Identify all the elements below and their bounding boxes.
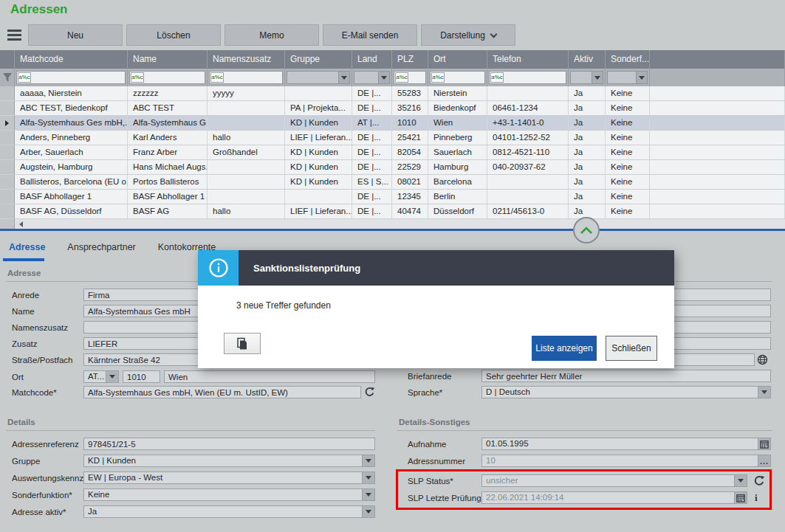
cell-name[interactable]: BASF AG <box>128 204 208 218</box>
cell-land[interactable]: DE |... <box>352 86 392 100</box>
row-indicator[interactable] <box>0 160 15 174</box>
cell-sonderf[interactable]: Keine <box>606 86 650 100</box>
filter-textbox[interactable]: a%c <box>16 71 126 84</box>
neu-button[interactable]: Neu <box>28 24 123 46</box>
cell-gruppe[interactable]: KD | Kunden <box>285 145 352 159</box>
ellipsis-icon[interactable]: ... <box>758 455 770 466</box>
cell-matchcode[interactable]: Arber, Sauerlach <box>15 145 128 159</box>
cell-namenszusatz[interactable]: hallo <box>208 204 285 218</box>
cell-aktiv[interactable]: Ja <box>569 160 606 174</box>
cell-namenszusatz[interactable]: hallo <box>208 131 285 145</box>
cell-namenszusatz[interactable] <box>208 101 285 115</box>
adressnummer-field[interactable]: 10 ... <box>481 455 771 467</box>
aufnahme-field[interactable]: 01.05.1995 <box>481 438 771 450</box>
table-row[interactable]: Arber, SauerlachFranz ArberGroßhandelKD … <box>0 145 785 160</box>
cell-telefon[interactable]: +43-1-1401-0 <box>487 116 569 130</box>
sonderfunktion-dropdown[interactable]: Keine <box>83 488 375 501</box>
ort-city-field[interactable] <box>164 370 375 383</box>
cell-ort[interactable]: Pinneberg <box>428 131 487 145</box>
filter-textbox[interactable]: a%c <box>430 71 485 84</box>
cell-ort[interactable]: Barcelona <box>428 175 487 189</box>
cell-land[interactable]: DE |... <box>352 204 392 218</box>
filter-dropdown[interactable] <box>354 71 390 84</box>
row-indicator[interactable] <box>0 131 15 145</box>
filter-textbox[interactable]: a%c <box>489 71 566 84</box>
cell-telefon[interactable] <box>487 175 569 189</box>
schliessen-button[interactable]: Schließen <box>606 336 657 361</box>
cell-name[interactable]: Alfa-Systemhaus G... <box>128 116 208 130</box>
cell-ort[interactable]: Nierstein <box>428 86 487 100</box>
cell-sonderf[interactable]: Keine <box>606 204 650 218</box>
cell-telefon[interactable]: 06461-1234 <box>487 101 569 115</box>
chevron-down-icon[interactable] <box>362 506 374 517</box>
menu-icon[interactable] <box>7 30 21 41</box>
sprache-dropdown[interactable]: D | Deutsch <box>481 386 771 398</box>
column-header-aktiv[interactable]: Aktiv <box>569 50 606 69</box>
cell-telefon[interactable] <box>487 86 569 100</box>
cell-name[interactable]: ABC TEST <box>128 101 208 115</box>
cell-gruppe[interactable] <box>285 190 352 204</box>
cell-matchcode[interactable]: BASF AG, Düsseldorf <box>15 204 128 218</box>
cell-sonderf[interactable]: Keine <box>606 145 650 159</box>
chevron-down-icon[interactable] <box>362 472 374 483</box>
cell-name[interactable]: Franz Arber <box>128 145 208 159</box>
refresh-icon[interactable] <box>753 475 765 487</box>
column-header-gruppe[interactable]: Gruppe <box>285 50 352 69</box>
chevron-down-icon[interactable] <box>362 489 374 500</box>
cell-plz[interactable]: 22529 <box>392 160 428 174</box>
ort-plz-field[interactable] <box>123 370 160 383</box>
cell-plz[interactable]: 1010 <box>392 116 428 130</box>
cell-matchcode[interactable]: Anders, Pinneberg <box>15 131 128 145</box>
cell-aktiv[interactable]: Ja <box>569 190 606 204</box>
matchcode-field[interactable] <box>83 386 361 398</box>
row-indicator[interactable] <box>0 86 15 100</box>
cell-aktiv[interactable]: Ja <box>569 131 606 145</box>
filter-input[interactable] <box>408 72 425 83</box>
cell-namenszusatz[interactable] <box>208 190 285 204</box>
cell-telefon[interactable]: 040-20937-62 <box>487 160 569 174</box>
cell-gruppe[interactable]: LIEF | Lieferan... <box>285 131 352 145</box>
cell-name[interactable]: Hans Michael Augs... <box>128 160 208 174</box>
filter-input[interactable] <box>144 72 205 83</box>
cell-sonderf[interactable]: Keine <box>606 175 650 189</box>
adressenreferenz-field[interactable] <box>83 438 375 450</box>
filter-textbox[interactable]: a%c <box>129 71 205 84</box>
table-row[interactable]: BASF Abhollager 1BASF Abhollager 1DE |..… <box>0 190 785 204</box>
cell-matchcode[interactable]: Alfa-Systemhaus Ges mbH,... <box>15 116 128 130</box>
filter-input[interactable] <box>504 72 566 83</box>
row-indicator[interactable] <box>0 101 15 115</box>
cell-plz[interactable]: 25421 <box>392 131 428 145</box>
column-header-ort[interactable]: Ort <box>428 50 487 69</box>
column-header-sonderf[interactable]: Sonderf... <box>606 50 650 69</box>
panel-splitter[interactable] <box>0 229 785 231</box>
cell-ort[interactable]: Wien <box>428 116 487 130</box>
tab-ansprechpartner[interactable]: Ansprechpartner <box>67 242 135 252</box>
table-row[interactable]: BASF AG, DüsseldorfBASF AGhalloLIEF | Li… <box>0 204 785 219</box>
chevron-down-icon[interactable] <box>636 72 647 83</box>
horizontal-scrollbar[interactable] <box>0 219 785 229</box>
loeschen-button[interactable]: Löschen <box>126 24 221 46</box>
cell-land[interactable]: DE |... <box>352 190 392 204</box>
table-row[interactable]: aaaaa, NiersteinzzzzzzyyyyyDE |...55283N… <box>0 86 785 101</box>
cell-matchcode[interactable]: ABC TEST, Biedenkopf <box>15 101 128 115</box>
auswertungskennz-dropdown[interactable]: EW | Europa - West <box>83 471 375 484</box>
cell-namenszusatz[interactable] <box>208 175 285 189</box>
chevron-down-icon[interactable] <box>758 387 770 398</box>
tab-adresse[interactable]: Adresse <box>9 242 45 252</box>
cell-land[interactable]: DE |... <box>352 101 392 115</box>
cell-matchcode[interactable]: BASF Abhollager 1 <box>15 190 128 204</box>
filter-dropdown[interactable] <box>570 71 603 84</box>
cell-aktiv[interactable]: Ja <box>569 86 606 100</box>
cell-gruppe[interactable]: KD | Kunden <box>285 160 352 174</box>
memo-button[interactable]: Memo <box>224 24 319 46</box>
filter-dropdown[interactable] <box>287 71 350 84</box>
email-senden-button[interactable]: E-Mail senden <box>323 24 417 46</box>
cell-name[interactable]: Karl Anders <box>128 131 208 145</box>
cell-namenszusatz[interactable]: yyyyy <box>208 86 285 100</box>
row-indicator[interactable] <box>0 175 15 189</box>
cell-plz[interactable]: 12345 <box>392 190 428 204</box>
row-indicator[interactable] <box>0 190 15 204</box>
cell-sonderf[interactable]: Keine <box>606 190 650 204</box>
liste-anzeigen-button[interactable]: Liste anzeigen <box>532 336 597 361</box>
row-indicator[interactable] <box>0 116 15 130</box>
